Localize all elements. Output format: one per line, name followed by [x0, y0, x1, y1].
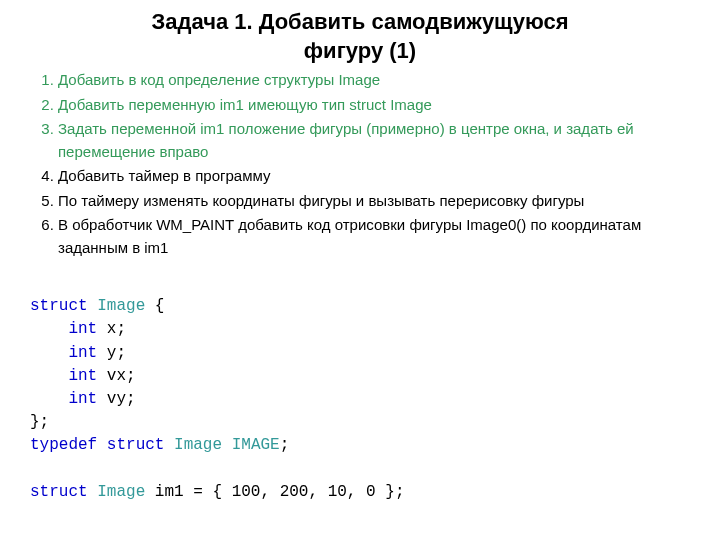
list-item: Добавить в код определение структуры Ima… — [58, 69, 690, 92]
kw-int: int — [68, 320, 97, 338]
kw-struct: struct — [30, 297, 88, 315]
list-item: Добавить таймер в программу — [58, 165, 690, 188]
im1-decl: im1 = { 100, 200, 10, 0 }; — [145, 483, 404, 501]
brace-close: }; — [30, 413, 49, 431]
field-x: x; — [107, 320, 126, 338]
type-image: Image — [97, 297, 145, 315]
title-line2: фигуру (1) — [304, 38, 416, 63]
slide-title: Задача 1. Добавить самодвижущуюся фигуру… — [30, 8, 690, 65]
code-block: struct Image { int x; int y; int vx; int… — [30, 295, 690, 504]
kw-int: int — [68, 390, 97, 408]
field-y: y; — [107, 344, 126, 362]
kw-typedef: typedef — [30, 436, 97, 454]
type-image-alias: IMAGE — [232, 436, 280, 454]
kw-struct: struct — [30, 483, 88, 501]
brace-open: { — [145, 297, 164, 315]
type-image: Image — [97, 483, 145, 501]
list-item: Добавить переменную im1 имеющую тип stru… — [58, 94, 690, 117]
task-list: Добавить в код определение структуры Ima… — [30, 69, 690, 259]
field-vx: vx; — [107, 367, 136, 385]
type-image: Image — [174, 436, 222, 454]
list-item: Задать переменной im1 положение фигуры (… — [58, 118, 690, 163]
title-line1: Задача 1. Добавить самодвижущуюся — [151, 9, 568, 34]
kw-struct: struct — [107, 436, 165, 454]
semi: ; — [280, 436, 290, 454]
list-item: В обработчик WM_PAINT добавить код отрис… — [58, 214, 690, 259]
list-item: По таймеру изменять координаты фигуры и … — [58, 190, 690, 213]
field-vy: vy; — [107, 390, 136, 408]
kw-int: int — [68, 344, 97, 362]
kw-int: int — [68, 367, 97, 385]
